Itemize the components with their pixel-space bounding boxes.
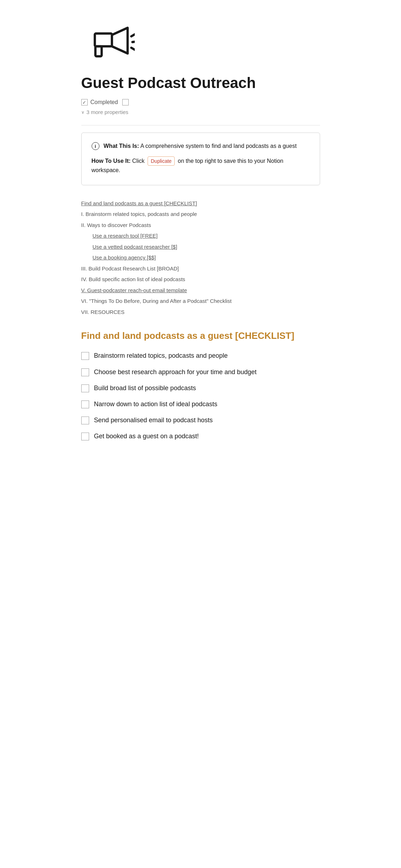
checklist-item-3: Narrow down to action list of ideal podc… bbox=[81, 400, 320, 409]
toc-link-5[interactable]: Use a booking agency [$$] bbox=[93, 254, 156, 260]
checklist-checkbox-5[interactable] bbox=[81, 433, 89, 440]
completed-checkbox[interactable] bbox=[81, 99, 88, 105]
checklist-item-4: Send personalised email to podcast hosts bbox=[81, 416, 320, 425]
toc-item-4[interactable]: Use a vetted podcast researcher [$] bbox=[81, 243, 320, 251]
duplicate-badge: Duplicate bbox=[148, 156, 175, 166]
info-box-what-text: What This Is: A comprehensive system to … bbox=[104, 141, 297, 151]
checklist-text-3: Narrow down to action list of ideal podc… bbox=[94, 400, 217, 409]
info-box-what: i What This Is: A comprehensive system t… bbox=[92, 141, 310, 151]
more-properties-toggle[interactable]: ∨ 3 more properties bbox=[81, 109, 320, 115]
checklist-text-2: Build broad list of possible podcasts bbox=[94, 384, 196, 393]
checklist-checkbox-0[interactable] bbox=[81, 352, 89, 360]
toc-link-3[interactable]: Use a research tool [FREE] bbox=[93, 233, 158, 239]
checklist-text-1: Choose best research approach for your t… bbox=[94, 368, 257, 377]
what-this-is-content: A comprehensive system to find and land … bbox=[139, 143, 297, 149]
chevron-down-icon: ∨ bbox=[81, 110, 84, 115]
page-title: Guest Podcast Outreach bbox=[81, 74, 320, 92]
megaphone-svg bbox=[78, 14, 135, 64]
toc-text-7: IV. Build specific action list of ideal … bbox=[81, 276, 185, 282]
info-box-how: How To Use It: Click Duplicate on the to… bbox=[92, 156, 310, 175]
properties-row: Completed bbox=[81, 99, 320, 105]
page-icon bbox=[81, 14, 320, 74]
checklist-text-5: Get booked as a guest on a podcast! bbox=[94, 432, 199, 441]
toc-link-0[interactable]: Find and land podcasts as a guest [CHECK… bbox=[81, 200, 197, 206]
how-to-use-prefix: Click bbox=[130, 158, 146, 164]
checklist-item-5: Get booked as a guest on a podcast! bbox=[81, 432, 320, 441]
toc-text-10: VII. RESOURCES bbox=[81, 309, 125, 315]
toc-text-2: II. Ways to discover Podcasts bbox=[81, 222, 151, 228]
what-this-is-label: What This Is: bbox=[104, 143, 139, 149]
toc-link-4[interactable]: Use a vetted podcast researcher [$] bbox=[93, 244, 178, 250]
info-icon: i bbox=[92, 142, 99, 150]
checklist-checkbox-1[interactable] bbox=[81, 368, 89, 376]
checklist-checkbox-4[interactable] bbox=[81, 417, 89, 424]
more-properties-label: 3 more properties bbox=[87, 109, 129, 115]
toc-item-0[interactable]: Find and land podcasts as a guest [CHECK… bbox=[81, 200, 320, 208]
toc-item-9[interactable]: VI. "Things To Do Before, During and Aft… bbox=[81, 297, 320, 305]
toc-item-5[interactable]: Use a booking agency [$$] bbox=[81, 254, 320, 262]
completed-value-checkbox[interactable] bbox=[122, 99, 129, 105]
completed-property: Completed bbox=[81, 99, 118, 105]
toc-item-6[interactable]: III. Build Podcast Research List [BROAD] bbox=[81, 265, 320, 273]
checklist-heading: Find and land podcasts as a guest [CHECK… bbox=[81, 330, 320, 341]
table-of-contents: Find and land podcasts as a guest [CHECK… bbox=[81, 200, 320, 316]
svg-rect-1 bbox=[95, 46, 102, 56]
checklist-checkbox-2[interactable] bbox=[81, 384, 89, 392]
svg-rect-0 bbox=[95, 33, 112, 46]
toc-item-10[interactable]: VII. RESOURCES bbox=[81, 308, 320, 316]
completed-label-text: Completed bbox=[91, 99, 118, 105]
toc-link-8[interactable]: V. Guest-podcaster reach-out email templ… bbox=[81, 287, 187, 293]
info-box: i What This Is: A comprehensive system t… bbox=[81, 133, 320, 185]
checklist-item-2: Build broad list of possible podcasts bbox=[81, 384, 320, 393]
toc-item-8[interactable]: V. Guest-podcaster reach-out email templ… bbox=[81, 286, 320, 295]
checklist-item-1: Choose best research approach for your t… bbox=[81, 368, 320, 377]
checklist-text-0: Brainstorm related topics, podcasts and … bbox=[94, 351, 228, 360]
checklist-checkbox-3[interactable] bbox=[81, 401, 89, 408]
toc-item-3[interactable]: Use a research tool [FREE] bbox=[81, 232, 320, 240]
toc-text-1: I. Brainstorm related topics, podcasts a… bbox=[81, 211, 197, 217]
checklist-section: Find and land podcasts as a guest [CHECK… bbox=[81, 330, 320, 441]
toc-text-6: III. Build Podcast Research List [BROAD] bbox=[81, 265, 179, 272]
checklist-text-4: Send personalised email to podcast hosts bbox=[94, 416, 213, 425]
toc-item-2[interactable]: II. Ways to discover Podcasts bbox=[81, 221, 320, 229]
toc-item-1[interactable]: I. Brainstorm related topics, podcasts a… bbox=[81, 210, 320, 218]
checklist-item-0: Brainstorm related topics, podcasts and … bbox=[81, 351, 320, 360]
toc-text-9: VI. "Things To Do Before, During and Aft… bbox=[81, 298, 232, 304]
divider bbox=[81, 125, 320, 125]
how-to-use-label: How To Use It: bbox=[92, 158, 131, 164]
toc-item-7[interactable]: IV. Build specific action list of ideal … bbox=[81, 275, 320, 284]
